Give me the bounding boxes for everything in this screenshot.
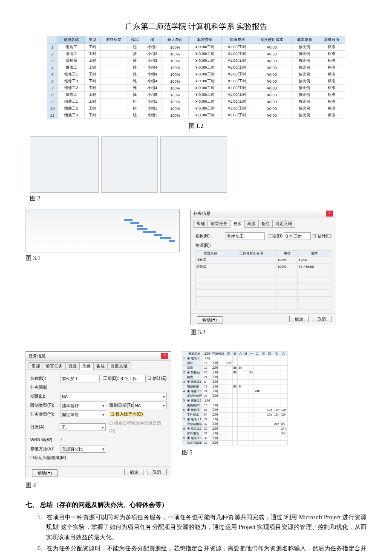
name-field[interactable]: 零件加工: [225, 232, 265, 240]
task-type[interactable]: 固定单位: [60, 410, 106, 418]
constraint-type[interactable]: 越早越好: [60, 402, 106, 409]
resources-grid[interactable]: 资源名称工作分配所有者单位成本 操作工100%¥0.00组装工100%¥5,44…: [195, 250, 331, 310]
earned-value[interactable]: 完成百分比: [60, 445, 106, 453]
constraint-date[interactable]: NA: [133, 402, 167, 409]
effort-driven-checkbox[interactable]: ☐ 投入比导向(O): [110, 410, 144, 418]
resources-label: 资源(R):: [195, 242, 331, 249]
resource-usage-table: 资源名称工时详细信息四五六日一二三四五六1▣ 组装工工时拆卸16工时10h清洗1…: [182, 351, 288, 445]
help-button[interactable]: 帮助(H): [32, 469, 58, 477]
cancel-button[interactable]: 取消: [312, 316, 331, 322]
calendar-field[interactable]: 无: [60, 423, 106, 431]
dialog-title: 任务信息: [193, 211, 210, 217]
caption-fig1-2: 图 1.2: [26, 122, 366, 130]
dialog-tabs[interactable]: 常规前置任务资源高级备注自定义域: [191, 218, 336, 228]
deadline-field[interactable]: NA: [60, 393, 167, 400]
page-header: 广东第二师范学院 计算机科学系 实验报告: [26, 21, 366, 32]
cancel-button[interactable]: 取消: [147, 469, 167, 475]
caption-fig3-1: 图 3.1: [26, 254, 180, 262]
name-field[interactable]: 零件加工: [60, 375, 100, 382]
ok-button[interactable]: 确定: [124, 469, 144, 475]
name-label: 名称(N):: [195, 232, 225, 240]
close-icon[interactable]: ×: [326, 211, 333, 217]
ok-button[interactable]: 确定: [289, 316, 309, 322]
duration-field[interactable]: 8 个工作: [119, 375, 146, 382]
resource-table: 资源名称类型材料标签缩写组最大单位标准费率加班费率每次使用成本成本累算基准日历 …: [47, 36, 345, 119]
caption-fig5: 图 5: [182, 449, 288, 457]
fig2-container: [30, 136, 366, 193]
section-7-body: 5、在项目中一种资源可以同时为多项任务服务，一项任务也可能有几种资源共同完成，通…: [37, 512, 366, 555]
dialog-title: 任务信息: [29, 353, 46, 359]
task-info-dialog-resources: 任务信息 × 常规前置任务资源高级备注自定义域 名称(N): 零件加工 工期(D…: [190, 209, 336, 325]
gantt-screenshot: [26, 209, 180, 252]
caption-fig4: 图 4: [26, 482, 171, 489]
close-icon[interactable]: ×: [161, 353, 168, 359]
task-info-dialog-advanced: 任务信息 × 常规前置任务资源高级备注自定义域 名称(N): 零件加工 工期(D…: [26, 351, 171, 478]
milestone-checkbox[interactable]: ☐ 标记为里程碑(M): [30, 454, 167, 462]
section-7-heading: 七、 总结（存在的问题及解决办法、心得体会等）: [26, 501, 366, 509]
duration-label: 工期(D):: [268, 232, 284, 240]
duration-field[interactable]: 8 个工作: [284, 232, 311, 240]
wbs-value: 7: [60, 436, 63, 444]
dialog-tabs[interactable]: 常规前置任务资源高级备注自定义域: [26, 361, 171, 370]
caption-fig3-2: 图 3.2: [190, 329, 336, 336]
caption-fig2: 图 2: [30, 195, 366, 202]
help-button[interactable]: 帮助(H): [197, 316, 222, 324]
